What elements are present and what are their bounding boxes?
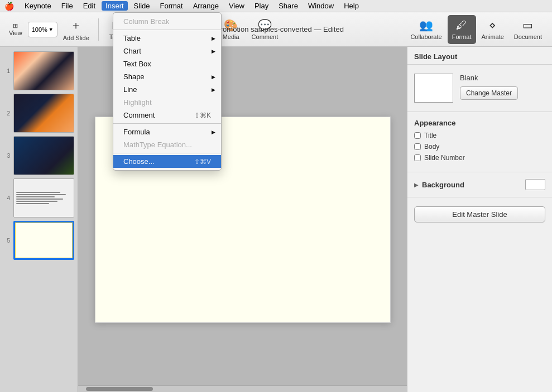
slide-number-1: 1 [3,68,10,74]
zoom-button[interactable]: 100% ▼ [28,22,57,37]
menubar-keynote[interactable]: Keynote [21,1,55,11]
menu-item-shape[interactable]: Shape [113,70,221,83]
view-label: View [9,30,22,36]
apple-menu[interactable]: 🍎 [4,2,14,11]
document-button[interactable]: ▭ Document [510,15,546,44]
background-title: Background [422,181,464,189]
menu-separator-2 [113,153,221,153]
slide-panel[interactable]: 1 2 3 4 [0,47,78,392]
toolbar: ⊞ View 100% ▼ ＋ Add Slide ⊞ Table 📊 Char… [0,12,552,47]
slide-thumb-3[interactable] [13,136,74,175]
slide-number-4: 4 [3,195,10,201]
scrollbar-thumb[interactable] [86,387,153,391]
menu-line-label: Line [123,85,137,94]
menu-item-highlight: Highlight [113,96,221,109]
background-row: ▶ Background [414,179,545,190]
format-button[interactable]: 🖊 Format [448,15,476,44]
add-slide-icon: ＋ [70,18,81,33]
layout-info: Blank Change Master [460,74,518,100]
menu-comment-label: Comment [123,111,155,119]
slide-number-3: 3 [3,153,10,159]
menu-item-comment[interactable]: Comment ⇧⌘K [113,109,221,122]
menu-comment-shortcut: ⇧⌘K [194,112,211,119]
slide-item-2[interactable]: 2 [3,94,74,133]
format-label: Format [452,33,472,40]
menu-item-textbox[interactable]: Text Box [113,57,221,70]
title-checkbox[interactable] [414,132,421,139]
slide-thumb-4[interactable] [13,178,74,217]
menubar-edit[interactable]: Edit [79,1,99,11]
slide-thumb-1[interactable] [13,51,74,90]
slide-number-5: 5 [3,238,10,244]
background-expand-icon[interactable]: ▶ [414,182,419,188]
menu-chart-label: Chart [123,47,141,55]
comment-label: Comment [252,33,279,40]
menubar-arrange[interactable]: Arrange [189,1,223,11]
menu-table-label: Table [123,34,141,42]
menubar-window[interactable]: Window [304,1,338,11]
animate-icon: ⋄ [489,18,496,32]
add-slide-button[interactable]: ＋ Add Slide [60,15,93,44]
horizontal-scrollbar[interactable] [78,385,407,392]
menu-item-chart[interactable]: Chart [113,45,221,57]
title-checkbox-label: Title [424,132,436,139]
slide-thumb-5[interactable] [13,221,74,260]
menu-textbox-label: Text Box [123,60,151,68]
menu-item-line[interactable]: Line [113,83,221,96]
menubar-format[interactable]: Format [156,1,187,11]
appearance-title: Appearance [414,119,545,127]
menu-mathtype-label: MathType Equation... [123,141,192,149]
slide-item-5[interactable]: 5 [3,221,74,260]
title-checkbox-row: Title [414,132,545,139]
menu-item-mathtype: MathType Equation... [113,138,221,151]
menu-choose-label: Choose... [123,157,155,166]
appearance-section: Appearance Title Body Slide Number [407,112,552,172]
animate-button[interactable]: ⋄ Animate [477,15,508,44]
background-section: ▶ Background [407,172,552,197]
menu-choose-shortcut: ⇧⌘V [194,158,211,166]
add-slide-label: Add Slide [63,35,89,41]
zoom-chevron-icon: ▼ [49,27,54,32]
animate-label: Animate [482,33,504,40]
collaborate-label: Collaborate [410,33,441,40]
menu-separator-1 [113,123,221,124]
insert-dropdown-menu: Column Break Table Chart Text Box Shape … [113,12,222,171]
menu-item-table[interactable]: Table [113,32,221,45]
slide-thumb-2[interactable] [13,94,74,133]
menubar-help[interactable]: Help [340,1,363,11]
menu-item-choose[interactable]: Choose... ⇧⌘V [113,155,221,168]
document-label: Document [514,33,542,40]
media-label: Media [223,33,239,40]
slide-number-checkbox[interactable] [414,154,421,161]
menubar-share[interactable]: Share [275,1,302,11]
menu-bar: 🍎 Keynote File Edit Insert Slide Format … [0,0,552,12]
body-checkbox[interactable] [414,143,421,150]
collaborate-button[interactable]: 👥 Collaborate [406,15,446,44]
toolbar-left: ⊞ View 100% ▼ ＋ Add Slide [6,15,93,44]
layout-name: Blank [460,74,518,82]
toolbar-separator-1 [98,18,99,41]
slide-layout-title: Slide Layout [414,52,457,61]
layout-thumbnail [414,74,453,103]
edit-master-container: Edit Master Slide [407,197,552,231]
zoom-value: 100% [32,26,47,33]
menu-item-formula[interactable]: Formula [113,125,221,138]
slide-item-3[interactable]: 3 [3,136,74,175]
menu-formula-label: Formula [123,128,150,136]
view-button[interactable]: ⊞ View [6,15,26,44]
slide-item-4[interactable]: 4 [3,178,74,217]
menubar-slide[interactable]: Slide [130,1,154,11]
background-color-swatch[interactable] [525,179,545,190]
slide-item-1[interactable]: 1 [3,51,74,90]
document-title: ry promotion samples-converted — Edited [208,25,344,33]
edit-master-slide-button[interactable]: Edit Master Slide [414,206,545,222]
change-master-button[interactable]: Change Master [460,86,518,100]
menubar-insert[interactable]: Insert [102,1,128,11]
view-icon: ⊞ [13,22,18,30]
menubar-view[interactable]: View [225,1,248,11]
menu-highlight-label: Highlight [123,98,152,107]
menubar-play[interactable]: Play [251,1,272,11]
slide-layout-preview: Blank Change Master [407,65,552,112]
menubar-file[interactable]: File [57,1,77,11]
body-checkbox-row: Body [414,143,545,151]
